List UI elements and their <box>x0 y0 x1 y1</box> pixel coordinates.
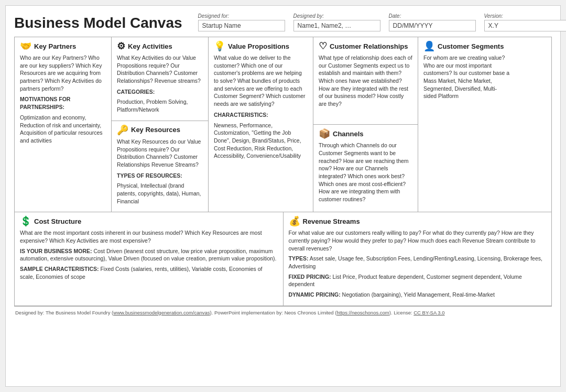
key-resources-icon: 🔑 <box>117 125 128 135</box>
customer-segments-cell: 👤 Customer Segments For whom are we crea… <box>418 37 515 212</box>
channels-body: Through which Channels do our Customer S… <box>319 141 412 203</box>
key-partners-body: Who are our Key Partners? Who are our ke… <box>20 54 106 145</box>
designed-by-label: Designed by: <box>293 13 380 19</box>
designed-by-input[interactable] <box>293 20 380 31</box>
meta-fields: Designed for: Designed by: Date: Version… <box>198 13 566 31</box>
version-label: Version: <box>484 13 566 19</box>
version-field: Version: <box>484 13 566 31</box>
customer-relationships-cell: ♡ Customer Relationships What type of re… <box>313 37 418 125</box>
footer-link-canvas[interactable]: www.businessmodelgeneration.com/canvas <box>113 310 210 315</box>
date-field: Date: <box>389 13 476 31</box>
canvas: 🤝 Key Partners Who are our Key Partners?… <box>14 37 552 307</box>
key-resources-title: 🔑 Key Resources <box>117 125 203 135</box>
value-propositions-icon: 💡 <box>214 41 225 51</box>
designed-for-input[interactable] <box>198 20 285 31</box>
revenue-section3-label: DYNAMIC PRICING: <box>289 291 341 298</box>
customer-segments-title: 👤 Customer Segments <box>423 41 510 51</box>
activities-resources-split: ⚙ Key Activities What Key Activities do … <box>112 37 209 212</box>
key-resources-cell: 🔑 Key Resources What Key Resources do ou… <box>112 121 208 212</box>
customer-relationships-title: ♡ Customer Relationships <box>319 41 412 51</box>
page: Business Model Canvas Designed for: Desi… <box>5 5 561 387</box>
footer-link-neos[interactable]: https://neoschonos.com <box>336 310 389 315</box>
revenue-section1-label: TYPES: <box>289 255 309 262</box>
key-resources-body: What Key Resources do our Value Proposit… <box>117 138 203 205</box>
revenue-streams-cell: 💰 Revenue Streams For what value are our… <box>284 212 552 306</box>
version-input[interactable] <box>484 20 566 31</box>
designed-for-label: Designed for: <box>198 13 285 19</box>
value-propositions-title: 💡 Value Propositions <box>214 41 308 51</box>
canvas-bottom-row: 💲 Cost Structure What are the most impor… <box>15 212 551 306</box>
value-propositions-cell: 💡 Value Propositions What value do we de… <box>209 37 313 212</box>
key-partners-title: 🤝 Key Partners <box>20 41 106 51</box>
cost-section2-label: SAMPLE CHARACTERISTICS: <box>20 266 99 272</box>
key-activities-title: ⚙ Key Activities <box>117 41 203 51</box>
revenue-section2-label: FIXED PRICING: <box>289 274 331 280</box>
page-title: Business Model Canvas <box>14 15 182 31</box>
top-bar: Business Model Canvas Designed for: Desi… <box>14 13 552 31</box>
customer-relationships-body: What type of relationship does each of o… <box>319 54 412 108</box>
footer-link-license[interactable]: CC BY-SA 3.0 <box>413 310 444 315</box>
value-propositions-body: What value do we deliver to the customer… <box>214 54 308 160</box>
channels-title: 📦 Channels <box>319 129 412 138</box>
canvas-top-row: 🤝 Key Partners Who are our Key Partners?… <box>15 37 551 212</box>
key-activities-body: What Key Activities do our Value Proposi… <box>117 54 203 114</box>
key-partners-icon: 🤝 <box>20 41 31 51</box>
revenue-streams-body: For what value are our customers really … <box>289 229 547 299</box>
cost-structure-cell: 💲 Cost Structure What are the most impor… <box>15 212 284 306</box>
customer-segments-icon: 👤 <box>423 41 435 51</box>
revenue-section3-body: Negotiation (bargaining), Yield Manageme… <box>342 291 495 298</box>
cost-structure-body: What are the most important costs inhere… <box>20 229 278 280</box>
channels-icon: 📦 <box>319 129 330 138</box>
channels-cell: 📦 Channels Through which Channels do our… <box>313 125 418 212</box>
key-partners-cell: 🤝 Key Partners Who are our Key Partners?… <box>15 37 112 212</box>
key-activities-icon: ⚙ <box>117 41 125 51</box>
date-label: Date: <box>389 13 476 19</box>
footer: Designed by: The Business Model Foundry … <box>14 307 552 316</box>
designed-by-field: Designed by: <box>293 13 380 31</box>
cr-channels-split: ♡ Customer Relationships What type of re… <box>313 37 418 212</box>
revenue-streams-icon: 💰 <box>289 216 300 226</box>
cost-section1-label: IS YOUR BUSINESS MORE: <box>20 248 92 254</box>
date-input[interactable] <box>389 20 476 31</box>
designed-for-field: Designed for: <box>198 13 285 31</box>
revenue-streams-title: 💰 Revenue Streams <box>289 216 547 226</box>
footer-text: Designed by: The Business Model Foundry … <box>15 310 445 315</box>
customer-segments-body: For whom are we creating value? Who are … <box>423 54 510 100</box>
cost-structure-title: 💲 Cost Structure <box>20 216 278 226</box>
cost-structure-icon: 💲 <box>20 216 31 226</box>
revenue-section1-body: Asset sale, Usage fee, Subscription Fees… <box>289 255 542 269</box>
key-activities-cell: ⚙ Key Activities What Key Activities do … <box>112 37 208 121</box>
customer-relationships-icon: ♡ <box>319 41 327 51</box>
